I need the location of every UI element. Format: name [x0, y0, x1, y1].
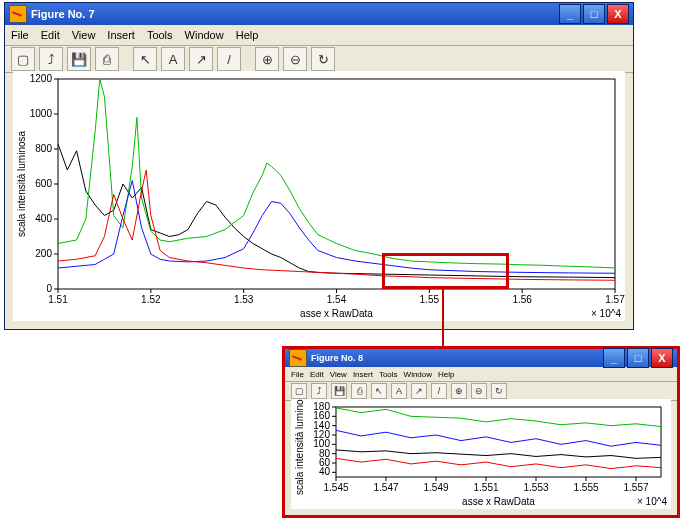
svg-text:asse x RawData: asse x RawData — [300, 308, 373, 319]
menu-window[interactable]: Window — [185, 29, 224, 41]
svg-text:600: 600 — [35, 178, 52, 189]
menu-view[interactable]: View — [72, 29, 96, 41]
menubar: File Edit View Insert Tools Window Help — [5, 25, 633, 46]
close-button[interactable]: X — [607, 4, 629, 24]
svg-text:1000: 1000 — [30, 108, 53, 119]
figure-window-main: Figure No. 7 _ □ X File Edit View Insert… — [4, 2, 634, 330]
line-icon[interactable]: / — [431, 383, 447, 399]
svg-text:1.555: 1.555 — [573, 482, 598, 493]
plot-area-main[interactable]: 1.511.521.531.541.551.561.57020040060080… — [13, 71, 625, 321]
svg-text:× 10^4: × 10^4 — [637, 496, 667, 507]
zoom-out-icon[interactable]: ⊖ — [471, 383, 487, 399]
menu-file[interactable]: File — [291, 370, 304, 379]
zoom-in-icon[interactable]: ⊕ — [451, 383, 467, 399]
close-button[interactable]: X — [651, 348, 673, 368]
save-icon[interactable]: 💾 — [67, 47, 91, 71]
svg-text:1.51: 1.51 — [48, 294, 68, 305]
rotate-icon[interactable]: ↻ — [491, 383, 507, 399]
svg-text:1.57: 1.57 — [605, 294, 625, 305]
text-icon[interactable]: A — [391, 383, 407, 399]
zoom-highlight-box — [382, 253, 509, 289]
menu-help[interactable]: Help — [236, 29, 259, 41]
window-title: Figure No. 7 — [31, 8, 95, 20]
svg-text:scala intensità luminosa: scala intensità luminosa — [294, 399, 305, 495]
svg-text:1.549: 1.549 — [423, 482, 448, 493]
maximize-button[interactable]: □ — [583, 4, 605, 24]
save-icon[interactable]: 💾 — [331, 383, 347, 399]
menu-tools[interactable]: Tools — [147, 29, 173, 41]
app-icon — [289, 349, 307, 367]
text-icon[interactable]: A — [161, 47, 185, 71]
figure-window-zoom: Figure No. 8 _ □ X File Edit View Insert… — [282, 346, 680, 518]
svg-text:asse x RawData: asse x RawData — [462, 496, 535, 507]
new-icon[interactable]: ▢ — [291, 383, 307, 399]
svg-text:1.53: 1.53 — [234, 294, 254, 305]
pointer-icon[interactable]: ↖ — [371, 383, 387, 399]
zoom-in-icon[interactable]: ⊕ — [255, 47, 279, 71]
menu-file[interactable]: File — [11, 29, 29, 41]
minimize-button[interactable]: _ — [559, 4, 581, 24]
menu-insert[interactable]: Insert — [107, 29, 135, 41]
zoom-connector-line — [442, 286, 444, 346]
arrow-icon[interactable]: ↗ — [189, 47, 213, 71]
open-icon[interactable]: ⤴ — [311, 383, 327, 399]
svg-rect-32 — [336, 407, 661, 477]
minimize-button[interactable]: _ — [603, 348, 625, 368]
zoom-out-icon[interactable]: ⊖ — [283, 47, 307, 71]
svg-text:1.54: 1.54 — [327, 294, 347, 305]
menu-view[interactable]: View — [330, 370, 347, 379]
svg-text:400: 400 — [35, 213, 52, 224]
menu-window[interactable]: Window — [404, 370, 432, 379]
svg-text:0: 0 — [46, 283, 52, 294]
titlebar[interactable]: Figure No. 7 _ □ X — [5, 3, 633, 25]
plot-area-zoom[interactable]: 1.5451.5471.5491.5511.5531.5551.55740608… — [291, 399, 671, 509]
svg-text:1200: 1200 — [30, 73, 53, 84]
svg-text:180: 180 — [313, 401, 330, 412]
pointer-icon[interactable]: ↖ — [133, 47, 157, 71]
print-icon[interactable]: ⎙ — [351, 383, 367, 399]
svg-text:1.553: 1.553 — [523, 482, 548, 493]
toolbar: ▢ ⤴ 💾 ⎙ ↖ A ↗ / ⊕ ⊖ ↻ — [5, 46, 633, 73]
arrow-icon[interactable]: ↗ — [411, 383, 427, 399]
svg-text:200: 200 — [35, 248, 52, 259]
svg-text:1.545: 1.545 — [323, 482, 348, 493]
menubar-zoom: File Edit View Insert Tools Window Help — [285, 367, 677, 382]
svg-text:1.55: 1.55 — [420, 294, 440, 305]
window-title-zoom: Figure No. 8 — [311, 353, 363, 363]
svg-text:800: 800 — [35, 143, 52, 154]
menu-edit[interactable]: Edit — [310, 370, 324, 379]
print-icon[interactable]: ⎙ — [95, 47, 119, 71]
app-icon — [9, 5, 27, 23]
svg-text:1.547: 1.547 — [373, 482, 398, 493]
svg-text:scala intensità luminosa: scala intensità luminosa — [16, 130, 27, 237]
svg-text:1.557: 1.557 — [623, 482, 648, 493]
svg-text:1.52: 1.52 — [141, 294, 161, 305]
new-icon[interactable]: ▢ — [11, 47, 35, 71]
maximize-button[interactable]: □ — [627, 348, 649, 368]
menu-help[interactable]: Help — [438, 370, 454, 379]
menu-insert[interactable]: Insert — [353, 370, 373, 379]
menu-tools[interactable]: Tools — [379, 370, 398, 379]
menu-edit[interactable]: Edit — [41, 29, 60, 41]
svg-text:1.56: 1.56 — [512, 294, 532, 305]
line-icon[interactable]: / — [217, 47, 241, 71]
svg-text:× 10^4: × 10^4 — [591, 308, 621, 319]
open-icon[interactable]: ⤴ — [39, 47, 63, 71]
svg-text:1.551: 1.551 — [473, 482, 498, 493]
titlebar-zoom[interactable]: Figure No. 8 _ □ X — [285, 349, 677, 367]
rotate-icon[interactable]: ↻ — [311, 47, 335, 71]
